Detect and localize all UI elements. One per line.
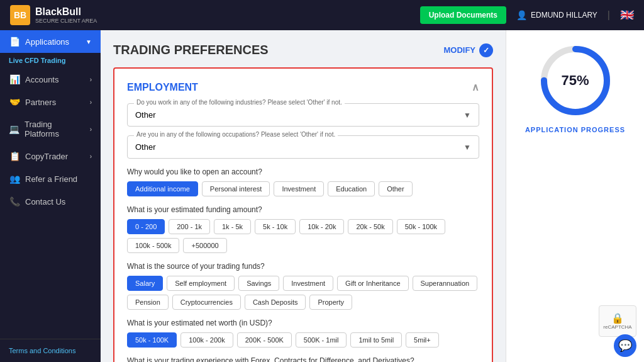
user-name: EDMUND HILLARY xyxy=(531,11,597,20)
progress-percent: 75% xyxy=(561,72,589,89)
modify-check-icon: ✓ xyxy=(479,43,493,57)
option-button[interactable]: Investment xyxy=(283,276,333,291)
option-button[interactable]: Additional income xyxy=(127,181,198,196)
option-button[interactable]: 10k - 20k xyxy=(299,219,344,234)
sidebar-item-contact[interactable]: 📞 Contact Us xyxy=(0,190,101,213)
chevron-icon: › xyxy=(90,99,92,106)
industry-label: Do you work in any of the following indu… xyxy=(134,99,345,106)
modify-label: MODIFY xyxy=(443,45,475,55)
option-button[interactable]: Pension xyxy=(127,295,169,310)
q5-label: What is your trading experience with For… xyxy=(127,356,479,362)
q2-options: 0 - 200200 - 1k1k - 5k5k - 10k10k - 20k2… xyxy=(127,219,479,253)
logo: BB BlackBull SECURE CLIENT AREA xyxy=(10,5,97,25)
sidebar-item-refer[interactable]: 👥 Refer a Friend xyxy=(0,167,101,190)
recaptcha-text: reCAPTCHA xyxy=(603,324,631,330)
option-button[interactable]: Other xyxy=(379,181,413,196)
option-button[interactable]: Investment xyxy=(274,181,324,196)
logo-text: BlackBull SECURE CLIENT AREA xyxy=(35,6,97,24)
option-button[interactable]: Property xyxy=(309,295,352,310)
occupation-label: Are you in any of the following occupati… xyxy=(134,131,338,138)
sidebar-item-trading-platforms[interactable]: 💻 Trading Platforms › xyxy=(0,113,101,145)
option-button[interactable]: Superannuation xyxy=(413,276,478,291)
refer-icon: 👥 xyxy=(9,174,20,184)
chat-button[interactable]: 💬 xyxy=(614,334,636,357)
q1-label: Why would you like to open an account? xyxy=(127,167,479,176)
option-button[interactable]: Savings xyxy=(238,276,279,291)
sidebar-item-copytrader[interactable]: 📋 CopyTrader › xyxy=(0,145,101,167)
progress-label: APPLICATION PROGRESS xyxy=(525,126,625,133)
partners-icon: 🤝 xyxy=(9,97,20,107)
main-content: TRADING PREFERENCES MODIFY ✓ EMPLOYMENT … xyxy=(101,30,506,362)
option-button[interactable]: Salary xyxy=(127,276,163,291)
option-button[interactable]: 500K - 1mil xyxy=(296,332,347,348)
chevron-icon: ▼ xyxy=(86,38,92,45)
option-button[interactable]: 50k - 100k xyxy=(397,219,445,234)
option-button[interactable]: 5k - 10k xyxy=(255,219,296,234)
occupation-select[interactable]: Other xyxy=(128,136,479,158)
user-icon: 👤 xyxy=(516,10,527,20)
user-info: 👤 EDMUND HILLARY xyxy=(516,10,597,20)
flag-icon[interactable]: 🇬🇧 xyxy=(620,8,634,22)
section-title: EMPLOYMENT ∧ xyxy=(127,81,479,93)
accounts-icon: 📊 xyxy=(9,74,20,84)
option-button[interactable]: 100k - 200k xyxy=(180,332,233,348)
page-title: TRADING PREFERENCES xyxy=(113,43,269,57)
layout: 📄 Applications ▼ Live CFD Trading 📊 Acco… xyxy=(0,30,644,362)
industry-field-group: Do you work in any of the following indu… xyxy=(127,103,479,127)
option-button[interactable]: 200 - 1k xyxy=(169,219,210,234)
upload-documents-button[interactable]: Upload Documents xyxy=(420,6,506,24)
employment-card: EMPLOYMENT ∧ Do you work in any of the f… xyxy=(113,67,493,362)
sidebar-item-label: Refer a Friend xyxy=(25,174,77,184)
option-button[interactable]: 5mil+ xyxy=(406,332,439,348)
q3-options: SalarySelf employmentSavingsInvestmentGi… xyxy=(127,276,479,310)
option-button[interactable]: Self employment xyxy=(167,276,235,291)
option-button[interactable]: 1mil to 5mil xyxy=(350,332,402,348)
option-button[interactable]: 200K - 500K xyxy=(237,332,292,348)
option-button[interactable]: 100k - 500k xyxy=(127,238,179,253)
occupation-dropdown-wrap: Are you in any of the following occupati… xyxy=(127,135,479,159)
divider: | xyxy=(608,9,610,21)
option-button[interactable]: 0 - 200 xyxy=(127,219,165,234)
page-title-row: TRADING PREFERENCES MODIFY ✓ xyxy=(113,43,493,57)
industry-dropdown-wrap: Do you work in any of the following indu… xyxy=(127,103,479,127)
trading-platforms-icon: 💻 xyxy=(9,124,19,134)
option-button[interactable]: 50k - 100K xyxy=(127,332,177,348)
q3-label: What is the source of your trading funds… xyxy=(127,262,479,271)
applications-icon: 📄 xyxy=(9,37,20,47)
contact-icon: 📞 xyxy=(9,196,20,206)
option-button[interactable]: Gift or Inheritance xyxy=(337,276,408,291)
recaptcha-icon: 🔒 xyxy=(611,312,624,324)
option-button[interactable]: +500000 xyxy=(183,238,226,253)
option-button[interactable]: Cash Deposits xyxy=(245,295,306,310)
option-button[interactable]: Personal interest xyxy=(202,181,270,196)
q1-options: Additional incomePersonal interestInvest… xyxy=(127,181,479,196)
sidebar-item-applications[interactable]: 📄 Applications ▼ xyxy=(0,30,101,53)
option-button[interactable]: 20k - 50k xyxy=(348,219,392,234)
right-panel: 75% APPLICATION PROGRESS 🔒 reCAPTCHA 💬 xyxy=(506,30,644,362)
sidebar-item-accounts[interactable]: 📊 Accounts › xyxy=(0,68,101,91)
sidebar-item-label: Partners xyxy=(25,98,56,107)
progress-circle: 75% xyxy=(538,43,613,118)
option-button[interactable]: 1k - 5k xyxy=(214,219,251,234)
terms-link[interactable]: Terms and Conditions xyxy=(0,339,101,362)
recaptcha-box: 🔒 reCAPTCHA xyxy=(599,305,636,337)
chevron-icon: › xyxy=(90,126,92,133)
sidebar-item-label: Contact Us xyxy=(25,197,65,206)
option-button[interactable]: Cryptocurrencies xyxy=(172,295,241,310)
tagline: SECURE CLIENT AREA xyxy=(35,18,97,24)
industry-select[interactable]: Other xyxy=(128,104,479,126)
header: BB BlackBull SECURE CLIENT AREA Upload D… xyxy=(0,0,644,30)
sidebar-item-partners[interactable]: 🤝 Partners › xyxy=(0,91,101,113)
sidebar-item-label: Accounts xyxy=(25,75,58,84)
option-button[interactable]: Education xyxy=(328,181,375,196)
sidebar: 📄 Applications ▼ Live CFD Trading 📊 Acco… xyxy=(0,30,101,362)
copytrader-icon: 📋 xyxy=(9,151,20,161)
sidebar-subheader-live-cfd: Live CFD Trading xyxy=(0,53,101,68)
chevron-icon: › xyxy=(90,153,92,160)
sidebar-bottom xyxy=(0,213,101,339)
q4-options: 50k - 100K100k - 200k200K - 500K500K - 1… xyxy=(127,332,479,348)
sidebar-item-label: CopyTrader xyxy=(25,152,68,161)
occupation-field-group: Are you in any of the following occupati… xyxy=(127,135,479,159)
modify-button[interactable]: MODIFY ✓ xyxy=(443,43,493,57)
collapse-button[interactable]: ∧ xyxy=(472,81,479,93)
